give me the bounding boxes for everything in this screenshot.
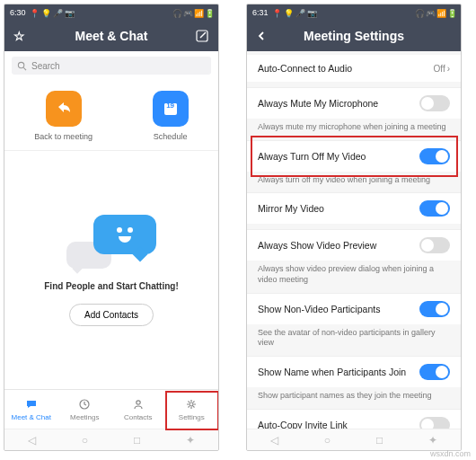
quick-actions: Back to meeting 19 Schedule	[4, 80, 218, 150]
row-always-mute-mic[interactable]: Always Mute My Microphone	[247, 87, 461, 119]
toggle-mute[interactable]	[419, 95, 450, 111]
row-subtitle: Show participant names as they join the …	[247, 387, 461, 409]
chat-illustration	[66, 215, 156, 269]
android-nav: ◁ ○ □ ✦	[247, 429, 461, 450]
tab-meet-chat[interactable]: Meet & Chat	[4, 390, 58, 429]
signal-icon: 📶	[194, 9, 202, 17]
status-icon: 🎤	[295, 9, 304, 17]
calendar-day: 19	[166, 102, 174, 110]
battery-icon: 🔋	[205, 9, 213, 17]
row-subtitle: Always show video preview dialog when jo…	[247, 261, 461, 292]
row-label: Always Show Video Preview	[258, 240, 419, 251]
back-to-meeting-button[interactable]: Back to meeting	[34, 91, 93, 141]
empty-prompt: Find People and Start Chatting!	[44, 281, 178, 291]
android-nav: ◁ ○ □ ✦	[4, 429, 218, 450]
status-bar: 6:31 📍 💡 🎤 📷 🎧 🎮 📶 🔋	[247, 4, 461, 21]
toggle-mirror[interactable]	[419, 200, 450, 217]
status-time: 6:31	[252, 8, 269, 17]
tab-label: Meetings	[70, 413, 99, 421]
star-icon[interactable]: ☆	[13, 21, 25, 51]
settings-list: Auto-Connect to Audio Off › Always Mute …	[247, 51, 461, 429]
svg-line-2	[23, 67, 26, 70]
empty-state: Find People and Start Chatting! Add Cont…	[4, 151, 218, 389]
row-label: Mirror My Video	[258, 203, 419, 214]
row-auto-copy-link[interactable]: Auto-Copy Invite Link	[247, 409, 461, 429]
status-icon: 🎧	[415, 9, 423, 17]
status-icon: 🎧	[172, 9, 181, 17]
search-icon	[17, 61, 27, 71]
compose-icon[interactable]	[195, 21, 209, 51]
row-subtitle: Always mute my microphone when joining a…	[247, 119, 461, 140]
toggle-video-off[interactable]	[419, 148, 450, 164]
schedule-button[interactable]: 19 Schedule	[153, 91, 189, 141]
row-auto-connect-audio[interactable]: Auto-Connect to Audio Off ›	[247, 55, 461, 82]
row-always-turn-off-video[interactable]: Always Turn Off My Video	[247, 140, 461, 172]
nav-extra-icon[interactable]: ✦	[186, 434, 195, 447]
row-show-nonvideo[interactable]: Show Non-Video Participants	[247, 293, 461, 324]
bottom-tabs: Meet & Chat Meetings Contacts Settings	[4, 389, 218, 429]
row-subtitle: Always turn off my video when joining a …	[247, 172, 461, 193]
row-label: Always Mute My Microphone	[258, 98, 419, 109]
status-time: 6:30	[10, 8, 26, 17]
tab-settings[interactable]: Settings	[165, 390, 219, 429]
phone-meet-chat: 6:30 📍 💡 🎤 📷 🎧 🎮 📶 🔋 ☆ Meet & Chat Sear	[4, 4, 219, 451]
row-label: Auto-Copy Invite Link	[258, 420, 419, 429]
row-label: Show Name when Participants Join	[258, 367, 419, 377]
row-show-name-join[interactable]: Show Name when Participants Join	[247, 356, 461, 387]
add-contacts-button[interactable]: Add Contacts	[69, 304, 154, 326]
page-title: Meeting Settings	[304, 29, 404, 43]
row-show-video-preview[interactable]: Always Show Video Preview	[247, 229, 461, 261]
action-label: Back to meeting	[34, 132, 93, 141]
header: ☆ Meet & Chat	[4, 21, 218, 51]
page-title: Meet & Chat	[75, 29, 148, 43]
svg-point-1	[18, 62, 23, 67]
nav-extra-icon[interactable]: ✦	[428, 434, 437, 447]
row-value: Off ›	[434, 64, 451, 74]
status-bar: 6:30 📍 💡 🎤 📷 🎧 🎮 📶 🔋	[4, 4, 218, 21]
nav-home-icon[interactable]: ○	[82, 434, 88, 447]
signal-icon: 📶	[436, 9, 445, 17]
nav-recent-icon[interactable]: □	[134, 434, 140, 447]
header: Meeting Settings	[247, 21, 461, 51]
toggle-nonvideo[interactable]	[419, 301, 450, 317]
status-icon: 📍	[30, 9, 38, 17]
clock-icon	[77, 397, 92, 411]
search-placeholder: Search	[31, 61, 60, 71]
nav-recent-icon[interactable]: □	[376, 434, 383, 447]
watermark: wsxdn.com	[430, 449, 471, 458]
tab-contacts[interactable]: Contacts	[111, 390, 165, 429]
row-label: Always Turn Off My Video	[258, 151, 419, 162]
status-icon: 🎮	[426, 9, 434, 17]
status-icon: 💡	[41, 9, 49, 17]
search-input[interactable]: Search	[12, 57, 211, 75]
back-arrow-icon	[46, 91, 82, 127]
tab-label: Contacts	[124, 413, 153, 421]
tab-label: Settings	[179, 413, 205, 421]
status-icon: 📍	[272, 9, 280, 17]
status-icon: 💡	[284, 9, 292, 17]
chevron-right-icon: ›	[447, 64, 450, 74]
tab-label: Meet & Chat	[12, 413, 51, 421]
gear-icon	[184, 397, 198, 411]
status-icon: 🎮	[183, 9, 191, 17]
nav-home-icon[interactable]: ○	[324, 434, 331, 447]
status-icon: 🎤	[53, 9, 61, 17]
nav-back-icon[interactable]: ◁	[270, 434, 278, 447]
row-label: Auto-Connect to Audio	[258, 63, 434, 74]
action-label: Schedule	[153, 132, 189, 141]
svg-point-6	[137, 401, 140, 404]
toggle-showname[interactable]	[419, 364, 450, 380]
row-subtitle: See the avatar of non-video participants…	[247, 324, 461, 356]
status-icon: 📷	[307, 9, 315, 17]
tab-meetings[interactable]: Meetings	[58, 390, 112, 429]
nav-back-icon[interactable]: ◁	[28, 434, 36, 447]
chat-icon	[24, 397, 39, 411]
back-icon[interactable]	[256, 21, 267, 51]
battery-icon: 🔋	[447, 9, 455, 17]
row-mirror-video[interactable]: Mirror My Video	[247, 192, 461, 224]
phone-meeting-settings: 6:31 📍 💡 🎤 📷 🎧 🎮 📶 🔋 Meeting Settings Au…	[246, 4, 462, 451]
svg-point-7	[190, 402, 193, 406]
calendar-icon: 19	[153, 91, 189, 127]
toggle-autocopy[interactable]	[419, 417, 450, 429]
toggle-preview[interactable]	[419, 237, 450, 253]
